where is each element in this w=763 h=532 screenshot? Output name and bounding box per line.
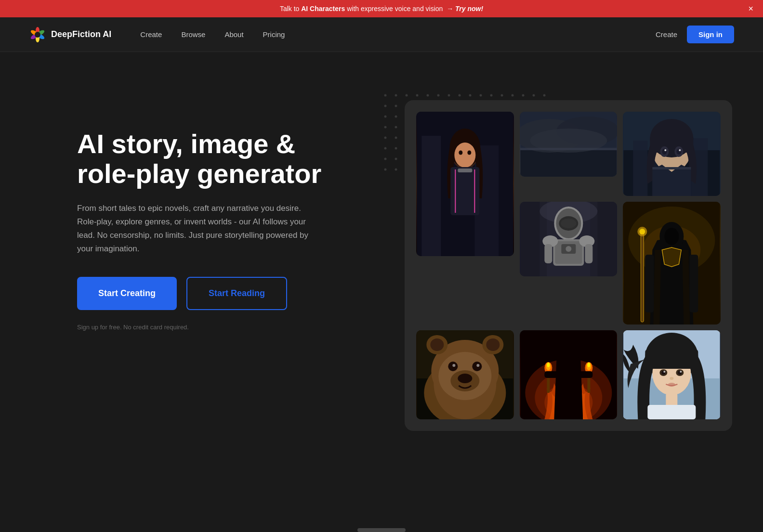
svg-point-23 (543, 94, 546, 97)
svg-rect-189 (645, 255, 654, 312)
svg-point-120 (384, 169, 387, 171)
hero-section: AI story, image & role-play generator Fr… (0, 52, 763, 485)
scrollbar[interactable] (357, 528, 406, 532)
svg-rect-227 (579, 371, 592, 378)
svg-rect-183 (544, 244, 552, 263)
sign-in-button[interactable]: Sign in (687, 26, 734, 43)
svg-point-221 (547, 363, 550, 367)
banner-highlight: AI Characters (301, 5, 345, 13)
hero-description: From short tales to epic novels, craft a… (77, 202, 308, 256)
logo-icon (29, 26, 46, 43)
navbar: DeepFiction AI Create Browse About Prici… (0, 17, 763, 52)
svg-point-88 (384, 147, 387, 150)
image-card-spaceman (520, 202, 618, 276)
svg-point-57 (395, 126, 397, 129)
hero-buttons: Start Creating Start Reading (77, 277, 347, 310)
try-now-link[interactable]: Try now! (455, 5, 483, 13)
svg-point-240 (670, 377, 674, 380)
announcement-banner: Talk to AI Characters with expressive vo… (0, 0, 763, 17)
svg-point-141 (454, 143, 475, 168)
svg-point-15 (459, 94, 461, 97)
svg-point-176 (561, 219, 576, 228)
nav-browse[interactable]: Browse (181, 30, 205, 39)
svg-point-167 (665, 149, 667, 151)
svg-point-194 (640, 229, 645, 234)
svg-point-17 (480, 94, 482, 97)
svg-point-89 (395, 147, 397, 150)
svg-rect-192 (690, 255, 698, 312)
svg-point-195 (665, 228, 679, 245)
svg-rect-156 (633, 141, 648, 196)
svg-point-217 (558, 338, 579, 365)
hero-images: // This won't run inside SVG, so we'll h… (376, 81, 732, 431)
svg-point-19 (501, 94, 503, 97)
image-card-warrior-gold (623, 202, 721, 324)
svg-rect-184 (585, 244, 592, 263)
svg-point-10 (406, 94, 408, 97)
svg-point-12 (427, 94, 429, 97)
svg-point-56 (384, 126, 387, 129)
hero-content: AI story, image & role-play generator Fr… (77, 91, 347, 331)
svg-point-11 (416, 94, 419, 97)
svg-point-20 (512, 94, 514, 97)
banner-text: Talk to AI Characters with expressive vo… (10, 5, 753, 13)
svg-point-105 (395, 158, 397, 160)
nav-links: Create Browse About Pricing (140, 30, 656, 39)
svg-point-238 (664, 371, 666, 373)
svg-rect-149 (520, 150, 617, 177)
svg-point-24 (384, 105, 387, 107)
svg-point-41 (395, 116, 397, 118)
nav-pricing[interactable]: Pricing (263, 30, 285, 39)
svg-point-18 (490, 94, 493, 97)
banner-close-button[interactable]: × (748, 4, 753, 13)
svg-point-180 (566, 246, 571, 252)
svg-point-9 (395, 94, 397, 97)
svg-rect-233 (645, 350, 698, 369)
svg-rect-243 (648, 405, 696, 419)
svg-point-142 (459, 151, 462, 155)
svg-rect-147 (458, 169, 472, 172)
svg-point-13 (437, 94, 440, 97)
svg-point-73 (395, 137, 397, 139)
svg-point-40 (384, 116, 387, 118)
logo-link[interactable]: DeepFiction AI (29, 26, 111, 43)
nav-right: Create Sign in (656, 26, 734, 43)
start-creating-button[interactable]: Start Creating (77, 277, 177, 310)
image-card-fighter-woman (416, 112, 514, 256)
svg-rect-226 (544, 371, 558, 378)
svg-point-121 (395, 169, 397, 171)
image-card-anime-girl (623, 112, 721, 196)
svg-point-16 (469, 94, 472, 97)
svg-rect-137 (421, 136, 441, 256)
svg-point-7 (35, 32, 40, 38)
svg-point-104 (384, 158, 387, 160)
svg-point-8 (384, 94, 387, 97)
svg-point-21 (522, 94, 525, 97)
svg-point-22 (533, 94, 535, 97)
svg-rect-190 (641, 231, 644, 322)
svg-point-239 (680, 371, 682, 373)
svg-point-241 (668, 383, 676, 387)
svg-point-25 (395, 105, 397, 107)
image-card-bear (416, 330, 514, 419)
svg-point-143 (467, 151, 471, 155)
nav-create-right[interactable]: Create (656, 30, 677, 39)
svg-point-72 (384, 137, 387, 139)
image-grid-panel (405, 100, 732, 431)
image-card-fire-wizard (520, 330, 618, 419)
svg-point-203 (430, 338, 444, 351)
svg-point-208 (458, 374, 472, 383)
svg-rect-161 (650, 136, 694, 153)
image-card-storm-sky (520, 112, 618, 177)
svg-point-168 (679, 149, 681, 151)
start-reading-button[interactable]: Start Reading (186, 277, 287, 310)
nav-about[interactable]: About (224, 30, 243, 39)
svg-point-14 (448, 94, 450, 97)
svg-point-205 (486, 338, 500, 351)
hero-title: AI story, image & role-play generator (77, 129, 347, 188)
svg-rect-166 (653, 167, 691, 169)
svg-rect-153 (520, 148, 617, 150)
svg-point-212 (476, 364, 479, 367)
svg-point-211 (452, 364, 455, 367)
nav-create[interactable]: Create (140, 30, 162, 39)
